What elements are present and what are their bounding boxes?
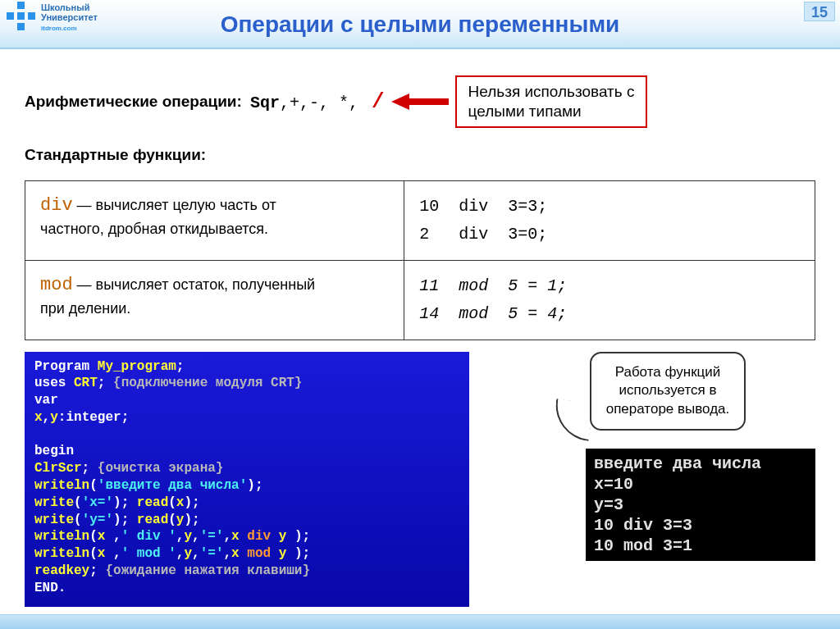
bubble-line1: Работа функций: [615, 364, 721, 380]
slide-title: Операции с целыми переменными: [0, 11, 840, 38]
div-examples: 10 div 3=3; 2 div 3=0;: [419, 193, 800, 248]
mod-example-cell: 11 mod 5 = 1; 14 mod 5 = 4;: [404, 260, 815, 340]
mod-examples: 11 mod 5 = 1; 14 mod 5 = 4;: [419, 272, 800, 328]
logo-line1: Школьный: [41, 2, 98, 12]
table-row: div — вычисляет целую часть от частного,…: [25, 180, 815, 260]
content: Арифметические операции: Sqr,+,-, *, / Н…: [0, 49, 840, 623]
div-desc-cell: div — вычисляет целую часть от частного,…: [25, 180, 404, 260]
div-desc2: частного, дробная откидывается.: [40, 221, 268, 237]
page-number: 15: [804, 2, 835, 21]
arith-row: Арифметические операции: Sqr,+,-, *, / Н…: [25, 75, 815, 128]
functions-table: div — вычисляет целую часть от частного,…: [25, 180, 815, 340]
mod-desc2: при делении.: [40, 300, 130, 317]
table-row: mod — вычисляет остаток, полученный при …: [25, 260, 815, 340]
pascal-code-block: Program My_program; uses CRT; {подключен…: [25, 352, 469, 607]
div-desc1: — вычисляет целую часть от: [73, 197, 276, 213]
ops-rest: ,+,-, *,: [280, 93, 358, 112]
std-functions-label: Стандартные функции:: [25, 146, 815, 164]
slash-op: /: [372, 89, 385, 114]
arrow-left-icon: [391, 93, 449, 110]
warning-box: Нельзя использовать с целыми типами: [455, 75, 648, 128]
div-keyword: div: [40, 195, 73, 216]
mod-desc1: — вычисляет остаток, полученный: [73, 276, 316, 293]
mod-keyword: mod: [40, 275, 73, 295]
warn-line2: целыми типами: [468, 103, 582, 120]
div-example-cell: 10 div 3=3; 2 div 3=0;: [404, 180, 815, 260]
header: Школьный Университет itdrom.com Операции…: [0, 0, 840, 49]
mod-desc-cell: mod — вычисляет остаток, полученный при …: [25, 260, 404, 340]
sqr-op: Sqr: [250, 93, 280, 112]
bottom-row: Program My_program; uses CRT; {подключен…: [25, 352, 815, 607]
arith-ops: Sqr,+,-, *, /: [250, 89, 385, 114]
warn-line1: Нельзя использовать с: [468, 83, 635, 100]
footer-wave: [0, 614, 840, 629]
arith-label: Арифметические операции:: [25, 93, 242, 111]
console-output: введите два числа x=10 y=3 10 div 3=3 10…: [586, 449, 815, 561]
bubble-line2: используется в: [619, 382, 717, 398]
bubble-line3: операторе вывода.: [606, 401, 730, 417]
speech-bubble: Работа функций используется в операторе …: [590, 352, 746, 431]
right-column: Работа функций используется в операторе …: [481, 352, 815, 607]
